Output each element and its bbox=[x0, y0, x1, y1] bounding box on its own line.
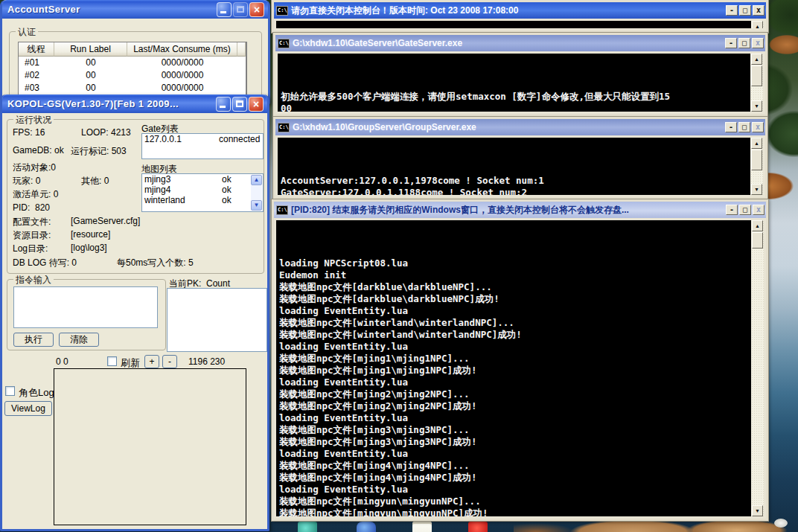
stat-active-objects: 活动对象:0 bbox=[13, 161, 56, 174]
maximize-button[interactable]: □ bbox=[739, 5, 751, 16]
groupserver-console-window: C:\ G:\xhdw1.10\GroupServer\GroupServer.… bbox=[273, 117, 767, 199]
gateserver-console-titlebar[interactable]: C:\ G:\xhdw1.10\GateServer\GateServer.ex… bbox=[275, 35, 765, 51]
scroll-down-icon[interactable]: ▼ bbox=[752, 505, 763, 516]
maximize-button[interactable]: □ bbox=[738, 38, 750, 48]
column-header-run-label[interactable]: Run Label bbox=[54, 42, 127, 57]
auth-thread-table[interactable]: 线程 Run Label Last/Max Consume (ms) #01 0… bbox=[18, 42, 247, 101]
run-flag-value: 运行标记: 503 bbox=[71, 145, 127, 158]
gameserver-console-body[interactable]: loading NPCScript08.luaEudemon init装载地图n… bbox=[276, 220, 764, 516]
loop-value: LOOP: 4213 bbox=[81, 127, 131, 138]
close-button[interactable]: x bbox=[752, 38, 764, 48]
minimize-button[interactable] bbox=[216, 97, 231, 112]
logdir-label: Log目录: bbox=[13, 243, 71, 255]
stat-logdir: Log目录: [log\log3] bbox=[13, 243, 107, 255]
groupserver-console-body[interactable]: AccountServer:127.0.0.1,1978come ! Socke… bbox=[278, 138, 763, 195]
maximize-button[interactable] bbox=[233, 2, 248, 17]
scroll-up-icon[interactable]: ▲ bbox=[751, 54, 762, 65]
console-log-line: loading EventEntity.lua bbox=[279, 448, 749, 460]
scroll-thumb[interactable] bbox=[752, 232, 763, 249]
scroll-thumb[interactable] bbox=[751, 150, 762, 170]
scroll-thumb[interactable] bbox=[751, 65, 762, 86]
scroll-down-icon[interactable]: ▼ bbox=[751, 100, 762, 112]
maximize-button[interactable]: □ bbox=[739, 205, 751, 215]
close-button[interactable]: × bbox=[249, 2, 264, 17]
scroll-down-icon[interactable]: ▼ bbox=[751, 184, 762, 195]
maximize-button[interactable]: □ bbox=[738, 122, 750, 132]
close-icon: × bbox=[249, 97, 263, 111]
groupserver-console-titlebar[interactable]: C:\ G:\xhdw1.10\GroupServer\GroupServer.… bbox=[275, 119, 765, 135]
console-scrollbar[interactable]: ▲ ▼ bbox=[751, 220, 764, 516]
minimize-button[interactable]: - bbox=[725, 122, 737, 132]
gate-list-item[interactable]: 127.0.0.1 connected bbox=[142, 134, 263, 144]
desktop-app-icon-red[interactable] bbox=[468, 522, 488, 532]
console-log-line: loading EventEntity.lua bbox=[279, 305, 749, 317]
scroll-up-icon[interactable]: ▲ bbox=[251, 175, 262, 185]
clear-button[interactable]: 清除 bbox=[59, 333, 99, 347]
minimize-button[interactable]: - bbox=[725, 38, 737, 48]
scroll-up-icon[interactable]: ▲ bbox=[752, 21, 763, 28]
close-button[interactable]: x bbox=[753, 205, 765, 215]
map-list-item[interactable]: mjing3 ok bbox=[142, 174, 263, 185]
minimize-button[interactable]: - bbox=[726, 205, 738, 215]
notice-console-body[interactable]: ▲ bbox=[276, 21, 764, 28]
console-scrollbar[interactable]: ▲ ▼ bbox=[750, 138, 763, 195]
execute-button[interactable]: 执行 bbox=[13, 333, 54, 347]
account-server-title: AccountServer bbox=[7, 4, 215, 15]
gameserver-console-window: C:\ [PID:820] 结束服务请关闭相应的Windows窗口，直接关闭本控… bbox=[272, 199, 768, 521]
maximize-button[interactable] bbox=[232, 97, 247, 112]
cell-consume: 0000/0000 bbox=[127, 69, 237, 82]
column-header-consume[interactable]: Last/Max Consume (ms) bbox=[127, 42, 237, 57]
command-input-field[interactable] bbox=[13, 286, 158, 328]
console-log-line: 装载地图npc文件[mjing3\mjing3NPC]... bbox=[279, 424, 749, 436]
table-row[interactable]: #01 00 0000/0000 bbox=[19, 57, 246, 69]
gameserver-console-titlebar[interactable]: C:\ [PID:820] 结束服务请关闭相应的Windows窗口，直接关闭本控… bbox=[274, 202, 766, 218]
minimize-button[interactable] bbox=[217, 2, 232, 17]
map-list-item[interactable]: winterland ok bbox=[142, 195, 263, 205]
console-log-line: 装载地图npc文件[winterland\winterlandNPC]成功! bbox=[279, 329, 749, 341]
gate-address: 127.0.0.1 bbox=[144, 134, 219, 144]
gate-listbox[interactable]: 127.0.0.1 connected bbox=[141, 133, 264, 159]
scroll-down-icon[interactable]: ▼ bbox=[251, 200, 262, 211]
cell-run-label: 00 bbox=[54, 57, 127, 69]
console-log-line: loading EventEntity.lua bbox=[279, 412, 749, 424]
desktop-notepad-icon[interactable] bbox=[412, 522, 432, 532]
cmd-icon: C:\ bbox=[278, 123, 290, 132]
zoom-out-button[interactable]: - bbox=[162, 355, 177, 368]
console-log-line: 初始允许最多500个客户端端连接，请使用setmaxcon [数字]命令修改,但… bbox=[281, 91, 748, 103]
minimize-button[interactable]: - bbox=[726, 5, 738, 16]
stat-dblog: DB LOG 待写: 0 每50ms写入个数: 5 bbox=[13, 257, 194, 269]
account-server-titlebar[interactable]: AccountServer × bbox=[2, 0, 268, 19]
map-listbox[interactable]: mjing3 ok mjing4 ok winterland ok ▲ ▼ bbox=[141, 173, 264, 212]
scroll-up-icon[interactable]: ▲ bbox=[751, 138, 762, 149]
map-view-panel[interactable] bbox=[54, 368, 246, 525]
console-log-line: 装载地图npc文件[mjing1\mjing1NPC]成功! bbox=[279, 365, 749, 376]
desktop-shortcut-icon[interactable] bbox=[298, 522, 317, 532]
gateserver-console-title: G:\xhdw1.10\GateServer\GateServer.exe bbox=[293, 38, 724, 48]
close-button[interactable]: x bbox=[752, 122, 764, 132]
close-button[interactable]: x bbox=[753, 5, 765, 16]
zoom-in-button[interactable]: + bbox=[144, 355, 159, 368]
table-row[interactable]: #03 00 0000/0000 bbox=[19, 82, 246, 94]
scroll-up-icon[interactable]: ▲ bbox=[752, 220, 763, 231]
console-scrollbar[interactable]: ▲ bbox=[751, 21, 764, 28]
table-row[interactable]: #02 00 0000/0000 bbox=[19, 69, 246, 82]
kopol-titlebar[interactable]: KOPOL-GS(Ver1.30-7)[Feb 1 2009... × bbox=[2, 94, 267, 113]
console-log-line: 装载地图npc文件[mjing2\mjing2NPC]... bbox=[279, 388, 749, 400]
active-units-value: 激活单元: 0 bbox=[13, 188, 58, 201]
gateserver-console-body[interactable]: 初始允许最多500个客户端端连接，请使用setmaxcon [数字]命令修改,但… bbox=[278, 54, 763, 112]
role-log-checkbox[interactable] bbox=[5, 386, 15, 396]
console-log-line: 装载地图npc文件[mjing1\mjing1NPC]... bbox=[279, 353, 749, 365]
stat-active-units: 激活单元: 0 bbox=[13, 188, 58, 201]
map-list-scrollbar[interactable]: ▲ ▼ bbox=[251, 175, 262, 211]
close-button[interactable]: × bbox=[249, 97, 264, 112]
map-list-item[interactable]: mjing4 ok bbox=[142, 185, 263, 195]
current-pk-listbox[interactable] bbox=[167, 288, 267, 352]
column-header-thread[interactable]: 线程 bbox=[19, 42, 54, 57]
view-log-button[interactable]: ViewLog bbox=[4, 401, 52, 416]
refresh-checkbox[interactable] bbox=[107, 356, 117, 366]
desktop-app-icon-blue[interactable] bbox=[357, 522, 376, 532]
write-per-50ms-value: 每50ms写入个数: 5 bbox=[117, 257, 194, 269]
console-scrollbar[interactable]: ▲ ▼ bbox=[750, 54, 763, 112]
role-log-checkbox-label: 角色Log bbox=[19, 386, 54, 400]
notice-console-titlebar[interactable]: C:\ 请勿直接关闭本控制台！版本时间: Oct 23 2008 17:08:0… bbox=[274, 2, 766, 19]
